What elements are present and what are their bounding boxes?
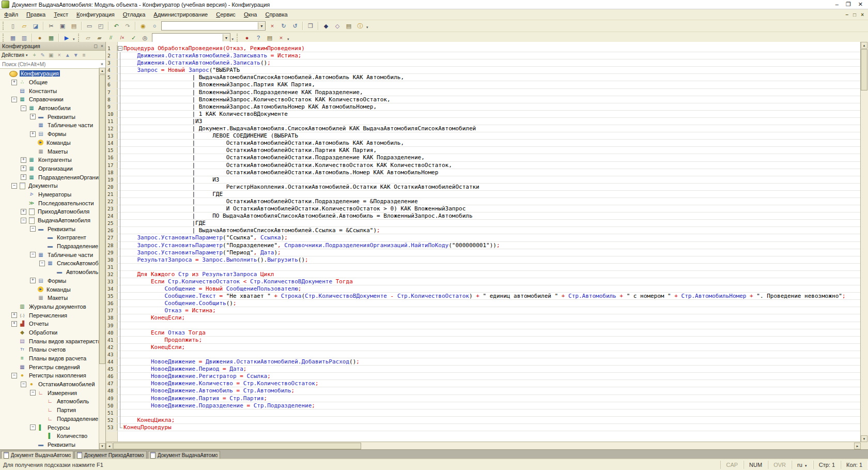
tree-item-Количество[interactable]: ▌Количество (0, 432, 99, 441)
language-indicator[interactable]: ru▼ (792, 461, 813, 469)
menu-item-5[interactable]: Администрирование (149, 10, 212, 19)
menu-item-2[interactable]: Текст (50, 10, 72, 19)
tree-item-Автомобили[interactable]: −▦Автомобили (0, 104, 99, 113)
tree-item-ВыдачаАвтомобиля[interactable]: −ВыдачаАвтомобиля (0, 216, 99, 225)
tree-item-Контрагент[interactable]: ▬Контрагент (0, 233, 99, 242)
hscroll-thumb[interactable] (113, 443, 361, 449)
menu-item-6[interactable]: Сервис (212, 10, 240, 19)
tree-item-Константы[interactable]: ▤Константы (0, 86, 99, 95)
add-button[interactable]: + (30, 51, 39, 59)
menu-item-0[interactable]: Файл (0, 10, 22, 19)
print-button[interactable]: ▭ (84, 21, 95, 31)
sort-button[interactable]: ≡ (80, 51, 88, 59)
edit-button[interactable]: ✎ (39, 51, 47, 59)
collapse-icon[interactable]: − (11, 373, 17, 378)
clear-search-button[interactable]: × (267, 21, 278, 31)
collapse-icon[interactable]: − (30, 424, 36, 430)
tree-scrollbar-thumb[interactable] (99, 74, 105, 364)
tree-item-Ресурсы[interactable]: −▌Ресурсы (0, 423, 99, 432)
scroll-up-icon[interactable]: ▲ (99, 68, 105, 74)
menu-item-4[interactable]: Отладка (119, 10, 150, 19)
find-in-files-button[interactable]: ◉ (137, 21, 149, 31)
expand-icon[interactable]: + (21, 165, 26, 171)
scroll-down-icon[interactable]: ▼ (861, 435, 867, 442)
expand-icon[interactable]: + (30, 131, 36, 137)
window-tab-2[interactable]: Документ ВыдачаАвтомоби... (148, 451, 220, 459)
menu-item-1[interactable]: Правка (22, 10, 50, 19)
tree-item-ПодразделенияОрганизаций[interactable]: +▦ПодразделенияОрганизаций (0, 173, 99, 181)
tree-item-Нумераторы[interactable]: 2³Нумераторы (0, 190, 99, 199)
tree-item-Партия[interactable]: ∟Партия (0, 406, 99, 415)
next-bookmark-button[interactable]: ▰ (94, 33, 105, 43)
tree-item-Автомобиль[interactable]: ▬Автомобиль (0, 268, 99, 277)
tree-item-Автомобиль[interactable]: ∟Автомобиль (0, 397, 99, 406)
context-help-button[interactable]: ◇ (332, 21, 343, 31)
toolbar-grip[interactable] (237, 34, 240, 42)
find-previous-button[interactable]: ↺ (289, 21, 301, 31)
remove-comment-button[interactable]: /× (117, 33, 128, 43)
tree-item-Табличные части[interactable]: ▦Табличные части (0, 121, 99, 130)
search-input[interactable] (0, 60, 99, 68)
save-button[interactable]: ◪ (30, 21, 41, 31)
tree-item-Макеты[interactable]: ▦Макеты (0, 294, 99, 302)
tree-item-Реквизиты[interactable]: +▬Реквизиты (0, 112, 99, 121)
code-area[interactable]: 1−Процедура ОбработкаПроведения(Отказ, Р… (106, 42, 861, 442)
expand-icon[interactable]: + (30, 278, 36, 283)
move-down-button[interactable]: ▼ (72, 51, 80, 59)
collapse-icon[interactable]: − (21, 105, 26, 111)
pin-icon[interactable]: ◻ (94, 43, 97, 49)
mdi-minimize-icon[interactable]: – (846, 12, 849, 18)
tree-item-Справочники[interactable]: −▦Справочники (0, 95, 99, 104)
tree-item-Подразделение[interactable]: ∟Подразделение (0, 415, 99, 423)
tree-item-Планы видов расчета[interactable]: ≡Планы видов расчета (0, 354, 99, 363)
tree-item-Обработки[interactable]: ◆Обработки (0, 328, 99, 337)
expand-icon[interactable]: + (11, 80, 17, 85)
tree-item-ОстаткиАвтомобилей[interactable]: −●ОстаткиАвтомобилей (0, 380, 99, 389)
syntax-assistant-button[interactable]: ◆ (320, 21, 332, 31)
tree-item-Регистры накопления[interactable]: −●Регистры накопления (0, 371, 99, 380)
search-history-combobox-input[interactable] (162, 23, 258, 29)
editor-vertical-scrollbar[interactable]: ▲ ▼ (860, 42, 868, 442)
expand-icon[interactable]: + (11, 321, 17, 327)
undo-button[interactable]: ↶ (111, 21, 122, 31)
panel-close-icon[interactable]: × (101, 43, 103, 49)
collapse-icon[interactable]: − (11, 97, 17, 102)
tree-item-Формы[interactable]: +▤Формы (0, 130, 99, 139)
mdi-close-icon[interactable]: × (861, 12, 864, 18)
expand-icon[interactable]: + (11, 312, 17, 318)
new-file-button[interactable]: ▯ (7, 21, 19, 31)
fold-collapse-icon[interactable]: − (117, 45, 123, 52)
tree-item-СписокАвтомобилей[interactable]: −▦СписокАвтомобилей (0, 259, 99, 268)
tree-item-Последовательности[interactable]: ≫Последовательности (0, 199, 99, 207)
chevron-down-icon[interactable]: ▼ (223, 34, 230, 41)
info-button[interactable]: ⓘ (354, 21, 366, 31)
tree-item-Планы видов характеристик[interactable]: ▤Планы видов характеристик (0, 337, 99, 345)
tree-item-Конфигурация[interactable]: Конфигурация (0, 69, 99, 78)
chevron-down-icon[interactable]: ▼ (258, 22, 265, 29)
toolbar-overflow-icon[interactable]: ▾ (73, 37, 75, 41)
print-preview-button[interactable]: ◰ (95, 21, 106, 31)
show-grid-button[interactable]: ▦ (7, 33, 19, 43)
expand-icon[interactable]: + (30, 114, 36, 119)
tree-item-Команды[interactable]: ▶Команды (0, 285, 99, 294)
tree-item-ПриходАвтомобиля[interactable]: +ПриходАвтомобиля (0, 207, 99, 216)
search-history-combobox[interactable]: ▼ (161, 21, 266, 31)
copy-item-button[interactable]: ▣ (47, 51, 55, 59)
open-file-button[interactable]: ▱ (19, 21, 30, 31)
tree-item-Журналы документов[interactable]: ▥Журналы документов (0, 302, 99, 311)
menu-item-3[interactable]: Конфигурация (72, 10, 119, 19)
disable-breakpoints-button[interactable]: ▤ (264, 33, 275, 43)
tree-item-Отчеты[interactable]: +▟Отчеты (0, 320, 99, 328)
delete-button[interactable]: × (55, 51, 64, 59)
expand-icon[interactable]: + (21, 209, 26, 215)
temp-storage-button[interactable]: ● (34, 33, 45, 43)
close-icon[interactable]: ✕ (858, 1, 863, 8)
procedures-combobox[interactable]: ▼ (152, 33, 230, 42)
tree-scrollbar[interactable]: ▲ ▼ (99, 68, 105, 449)
tree-item-Контрагенты[interactable]: +▦Контрагенты (0, 156, 99, 164)
find-next-button[interactable]: ↻ (278, 21, 289, 31)
collapse-icon[interactable]: − (30, 226, 36, 232)
procedures-combobox-input[interactable] (152, 35, 223, 41)
vscroll-thumb[interactable] (861, 49, 867, 90)
editor-horizontal-scrollbar[interactable]: ◄ ► (106, 442, 861, 449)
